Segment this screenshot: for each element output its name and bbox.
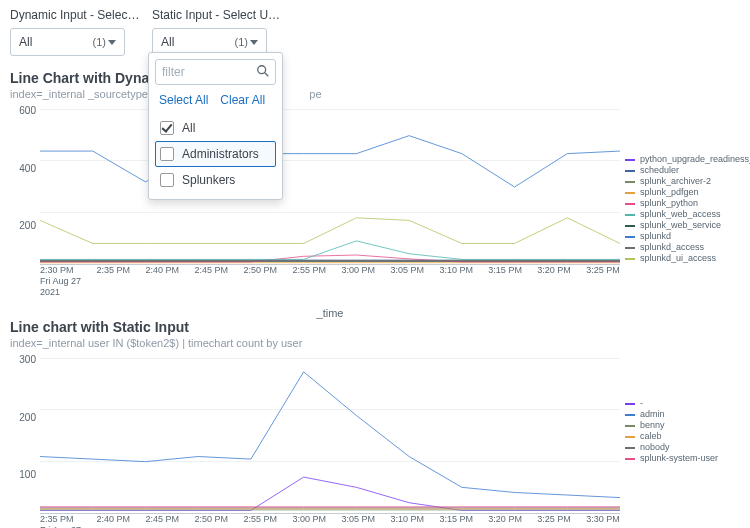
y-tick: 200 — [19, 220, 36, 231]
x-tick: 3:25 PM — [586, 265, 620, 305]
legend-swatch — [625, 192, 635, 194]
x-tick: 2:40 PM — [96, 514, 130, 528]
legend-item[interactable]: splunk-system-user — [625, 454, 740, 463]
legend-swatch — [625, 214, 635, 216]
legend-swatch — [625, 159, 635, 161]
dropdown-actions: Select All Clear All — [155, 91, 276, 115]
x-tick: 2:55 PM — [292, 265, 326, 305]
chart1-plot[interactable] — [40, 110, 620, 265]
chart2-plot[interactable] — [40, 359, 620, 514]
legend-item[interactable]: splunkd — [625, 232, 740, 241]
x-tick: 3:00 PM — [292, 514, 326, 528]
svg-point-0 — [258, 66, 266, 74]
chart1-xlabel: _time — [40, 307, 620, 319]
panel-dynamic-chart: Line Chart with Dynamic Inpu index=_inte… — [10, 70, 740, 305]
chart1-legend: python_upgrade_readiness_appschedulerspl… — [625, 155, 740, 263]
dynamic-input-value: All — [19, 35, 32, 49]
dropdown-item[interactable]: Splunkers — [155, 167, 276, 193]
checkbox-icon — [160, 173, 174, 187]
legend-swatch — [625, 247, 635, 249]
x-tick: 3:10 PM — [390, 514, 424, 528]
static-input-count: (1) — [235, 36, 258, 48]
legend-item[interactable]: splunk_pdfgen — [625, 188, 740, 197]
legend-item[interactable]: splunkd_access — [625, 243, 740, 252]
svg-line-1 — [265, 73, 269, 77]
legend-item[interactable]: admin — [625, 410, 740, 419]
caret-down-icon — [250, 40, 258, 45]
static-input-group: Static Input - Select User All (1) — [152, 8, 282, 56]
legend-item[interactable]: splunk_python — [625, 199, 740, 208]
x-tick: 3:20 PM — [488, 514, 522, 528]
panel2-subtitle: index=_internal user IN ($token2$) | tim… — [10, 337, 740, 349]
panel2-title: Line chart with Static Input — [10, 319, 740, 335]
dropdown-item[interactable]: All — [155, 115, 276, 141]
x-tick: 3:20 PM — [537, 265, 571, 305]
panel1-subtitle: index=_internal _sourcetype IN ($t pe — [10, 88, 740, 100]
legend-swatch — [625, 181, 635, 183]
legend-swatch — [625, 436, 635, 438]
static-input-label: Static Input - Select User — [152, 8, 282, 22]
x-tick: 2:45 PM — [145, 514, 179, 528]
x-tick: 3:10 PM — [439, 265, 473, 305]
select-all-link[interactable]: Select All — [159, 93, 208, 107]
x-tick: 2:35 PM — [96, 265, 130, 305]
y-tick: 200 — [19, 411, 36, 422]
x-tick: 2:45 PM — [194, 265, 228, 305]
legend-label: benny — [640, 421, 665, 430]
legend-label: splunk-system-user — [640, 454, 718, 463]
legend-item[interactable]: benny — [625, 421, 740, 430]
x-tick: 3:15 PM — [439, 514, 473, 528]
dynamic-input-label: Dynamic Input - Select Sourc... — [10, 8, 140, 22]
legend-label: splunkd — [640, 232, 671, 241]
x-tick: 3:00 PM — [341, 265, 375, 305]
legend-item[interactable]: scheduler — [625, 166, 740, 175]
legend-swatch — [625, 170, 635, 172]
x-tick: 2:40 PM — [145, 265, 179, 305]
legend-item[interactable]: nobody — [625, 443, 740, 452]
clear-all-link[interactable]: Clear All — [220, 93, 265, 107]
legend-item[interactable]: splunkd_ui_access — [625, 254, 740, 263]
legend-label: admin — [640, 410, 665, 419]
legend-item[interactable]: caleb — [625, 432, 740, 441]
dropdown-item-label: All — [182, 121, 195, 135]
legend-swatch — [625, 225, 635, 227]
checkbox-icon — [160, 147, 174, 161]
dropdown-item[interactable]: Administrators — [155, 141, 276, 167]
legend-item[interactable]: splunk_archiver-2 — [625, 177, 740, 186]
legend-label: - — [640, 399, 643, 408]
chart2-legend: -adminbennycalebnobodysplunk-system-user — [625, 399, 740, 463]
dynamic-input-select[interactable]: All (1) — [10, 28, 125, 56]
legend-label: python_upgrade_readiness_app — [640, 155, 750, 164]
x-tick: 3:25 PM — [537, 514, 571, 528]
legend-swatch — [625, 203, 635, 205]
panel-static-chart: Line chart with Static Input index=_inte… — [10, 319, 740, 528]
chart2-wrap: 100200300 2:35 PMFri Aug 2720212:40 PM2:… — [10, 359, 740, 528]
legend-item[interactable]: - — [625, 399, 740, 408]
top-inputs-bar: Dynamic Input - Select Sourc... All (1) … — [0, 0, 750, 64]
x-tick: 2:35 PMFri Aug 272021 — [40, 514, 81, 528]
y-tick: 100 — [19, 469, 36, 480]
legend-label: splunk_pdfgen — [640, 188, 699, 197]
legend-item[interactable]: splunk_web_service — [625, 221, 740, 230]
legend-item[interactable]: python_upgrade_readiness_app — [625, 155, 740, 164]
dropdown-item-label: Splunkers — [182, 173, 235, 187]
legend-item[interactable]: splunk_web_access — [625, 210, 740, 219]
legend-label: splunkd_ui_access — [640, 254, 716, 263]
x-tick: 3:05 PM — [390, 265, 424, 305]
x-tick: 3:05 PM — [341, 514, 375, 528]
legend-label: splunk_web_access — [640, 210, 721, 219]
dynamic-input-group: Dynamic Input - Select Sourc... All (1) — [10, 8, 140, 56]
static-input-value: All — [161, 35, 174, 49]
y-tick: 300 — [19, 354, 36, 365]
panel1-title: Line Chart with Dynamic Inpu — [10, 70, 740, 86]
legend-label: nobody — [640, 443, 670, 452]
x-tick: 2:30 PMFri Aug 272021 — [40, 265, 81, 305]
caret-down-icon — [108, 40, 116, 45]
legend-swatch — [625, 258, 635, 260]
legend-label: scheduler — [640, 166, 679, 175]
x-tick: 3:15 PM — [488, 265, 522, 305]
legend-label: splunk_archiver-2 — [640, 177, 711, 186]
x-tick: 2:50 PM — [243, 265, 277, 305]
dynamic-input-count: (1) — [93, 36, 116, 48]
legend-swatch — [625, 414, 635, 416]
